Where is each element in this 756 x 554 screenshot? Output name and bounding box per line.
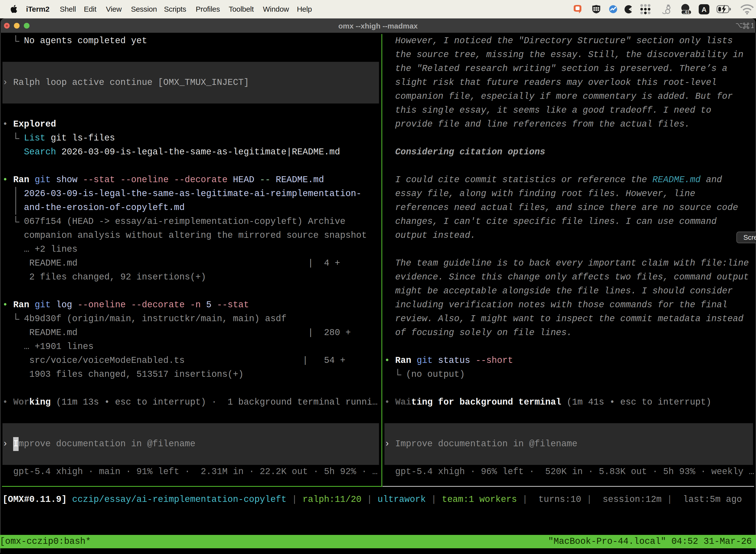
svg-text:A: A [701, 6, 706, 13]
svg-text:1: 1 [751, 22, 754, 29]
svg-text:..61: ..61 [683, 10, 690, 14]
